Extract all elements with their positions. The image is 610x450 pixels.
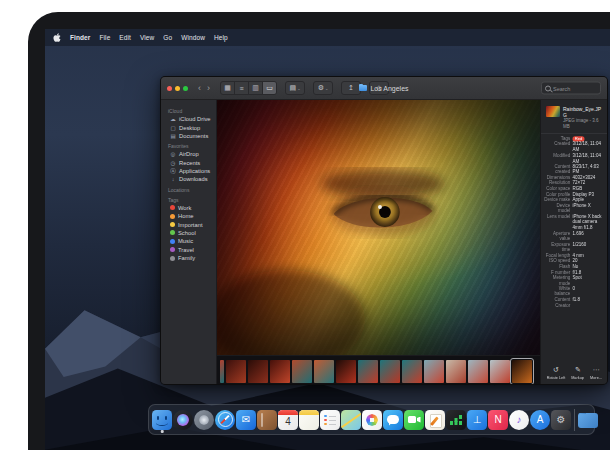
metadata-label: Content created <box>544 164 573 175</box>
menu-edit[interactable]: Edit <box>119 34 131 41</box>
sidebar-item-family[interactable]: Family <box>161 254 216 262</box>
dock-separator <box>574 409 575 431</box>
sidebar-section-favorites: Favorites <box>161 140 216 150</box>
menu-view[interactable]: View <box>140 34 154 41</box>
gallery-thumbnail-11[interactable] <box>446 360 466 383</box>
sidebar-item-music[interactable]: Music <box>161 237 216 245</box>
dock-facetime[interactable] <box>404 410 424 430</box>
window-toolbar[interactable]: ‹ › ▦≡▥▭ ▤ ⌄ ⚙ ⌄ ↥ ◇ <box>161 77 607 100</box>
dock-system-preferences[interactable]: ⚙ <box>551 410 571 430</box>
zoom-button[interactable] <box>183 86 188 91</box>
dock-siri[interactable] <box>173 410 193 430</box>
gallery-thumbnail-3[interactable] <box>270 360 290 383</box>
markup-button[interactable]: ✎Markup <box>570 366 585 380</box>
dock-mail[interactable]: ✉ <box>236 410 256 430</box>
close-button[interactable] <box>167 86 172 91</box>
dock-launchpad[interactable] <box>194 410 214 430</box>
column-view-button[interactable]: ▥ <box>249 82 263 94</box>
sidebar-item-applications[interactable]: ⒶApplications <box>161 167 216 175</box>
tag-color-dot <box>170 247 175 252</box>
search-input[interactable] <box>553 85 597 91</box>
dock-keynote[interactable]: ⊥ <box>467 410 487 430</box>
gallery-thumbnail-13[interactable] <box>490 360 510 383</box>
gallery-thumbnail-14[interactable] <box>512 360 532 383</box>
gallery-thumbnail-0[interactable] <box>220 360 224 383</box>
sidebar-item-work[interactable]: Work <box>161 204 216 212</box>
icon-view-button[interactable]: ▦ <box>221 82 235 94</box>
gallery-thumbnail-9[interactable] <box>402 360 422 383</box>
dock-app-store[interactable]: A <box>530 410 550 430</box>
safari-icon <box>215 410 235 430</box>
dock-messages[interactable] <box>383 410 403 430</box>
metadata-row: Aperture value1.696 <box>544 231 604 242</box>
menu-file[interactable]: File <box>99 34 110 41</box>
dock-maps[interactable] <box>341 410 361 430</box>
dock-stocks[interactable] <box>446 410 466 430</box>
dock-notes[interactable] <box>299 410 319 430</box>
menu-help[interactable]: Help <box>214 34 228 41</box>
quick-actions: ↺Rotate Left✎Markup⋯More... <box>541 366 607 380</box>
dock-contacts[interactable] <box>257 410 277 430</box>
system-preferences-icon-glyph: ⚙ <box>557 415 566 425</box>
airdrop-icon: ◎ <box>170 151 176 157</box>
itunes-icon-glyph: ♪ <box>517 415 522 425</box>
dock-photos[interactable] <box>362 410 382 430</box>
sidebar-item-school[interactable]: School <box>161 229 216 237</box>
search-field[interactable] <box>541 82 601 95</box>
dock-pages[interactable] <box>425 410 445 430</box>
sidebar-item-important[interactable]: Important <box>161 220 216 228</box>
gallery-thumbnail-6[interactable] <box>336 360 356 383</box>
metadata-row: Content Creatorf1.8 <box>544 297 604 308</box>
back-button[interactable]: ‹ <box>198 84 201 93</box>
calendar-icon-glyph: 4 <box>285 417 291 427</box>
gallery-thumbnail-8[interactable] <box>380 360 400 383</box>
apple-menu[interactable] <box>53 33 61 42</box>
sidebar-item-label: Applications <box>179 168 210 174</box>
dock-downloads[interactable] <box>578 411 598 428</box>
gallery-thumbnail-4[interactable] <box>292 360 312 383</box>
rotate-left-button[interactable]: ↺Rotate Left <box>545 366 567 380</box>
gallery-thumbnail-10[interactable] <box>424 360 444 383</box>
action-button[interactable]: ⚙ ⌄ <box>313 81 333 95</box>
photos-icon <box>362 410 382 430</box>
more-button[interactable]: ⋯More... <box>589 366 603 380</box>
gallery-view-button[interactable]: ▭ <box>263 82 276 94</box>
gallery-thumbnail-12[interactable] <box>468 360 488 383</box>
recents-icon: ◷ <box>170 160 176 166</box>
sidebar-item-travel[interactable]: Travel <box>161 246 216 254</box>
gallery-thumbnail-7[interactable] <box>358 360 378 383</box>
dock-safari[interactable] <box>215 410 235 430</box>
sidebar-item-label: Important <box>178 222 203 228</box>
share-button[interactable]: ↥ <box>341 81 361 95</box>
sidebar-item-airdrop[interactable]: ◎AirDrop <box>161 150 216 158</box>
dock-itunes[interactable]: ♪ <box>509 410 529 430</box>
metadata-label: Created <box>544 142 573 153</box>
tags-button[interactable]: ◇ <box>369 81 389 95</box>
file-summary: Rainbow_Eye.JPG JPEG image - 3.6 MB <box>541 100 607 134</box>
sidebar-item-home[interactable]: Home <box>161 212 216 220</box>
sidebar-item-icloud-drive[interactable]: ☁iCloud Drive <box>161 115 216 123</box>
display-bezel: FinderFileEditViewGoWindowHelp ‹ › ▦≡▥▭ … <box>28 12 610 450</box>
menu-go[interactable]: Go <box>163 34 172 41</box>
forward-button[interactable]: › <box>207 84 210 93</box>
sidebar-item-label: Recents <box>179 160 200 166</box>
group-button[interactable]: ▤ ⌄ <box>285 81 305 95</box>
menu-finder[interactable]: Finder <box>70 34 90 41</box>
dock-news[interactable]: N <box>488 410 508 430</box>
gallery-thumbnail-2[interactable] <box>248 360 268 383</box>
gallery-thumbnail-5[interactable] <box>314 360 334 383</box>
preview-panel: Rainbow_Eye.JPG JPEG image - 3.6 MB Tags… <box>540 100 607 385</box>
list-view-button[interactable]: ≡ <box>235 82 249 94</box>
dock-finder[interactable] <box>152 410 172 430</box>
apple-logo-icon <box>53 33 61 42</box>
sidebar-item-documents[interactable]: ▤Documents <box>161 132 216 140</box>
metadata-value: 3/12/18, 11:04 AM <box>573 153 604 164</box>
dock-calendar[interactable]: 4 <box>278 410 298 430</box>
sidebar-item-downloads[interactable]: ↓Downloads <box>161 175 216 183</box>
sidebar-item-desktop[interactable]: ▢Desktop <box>161 123 216 131</box>
gallery-thumbnail-1[interactable] <box>226 360 246 383</box>
minimize-button[interactable] <box>175 86 180 91</box>
sidebar-item-recents[interactable]: ◷Recents <box>161 159 216 167</box>
menu-window[interactable]: Window <box>181 34 205 41</box>
dock-reminders[interactable] <box>320 410 340 430</box>
